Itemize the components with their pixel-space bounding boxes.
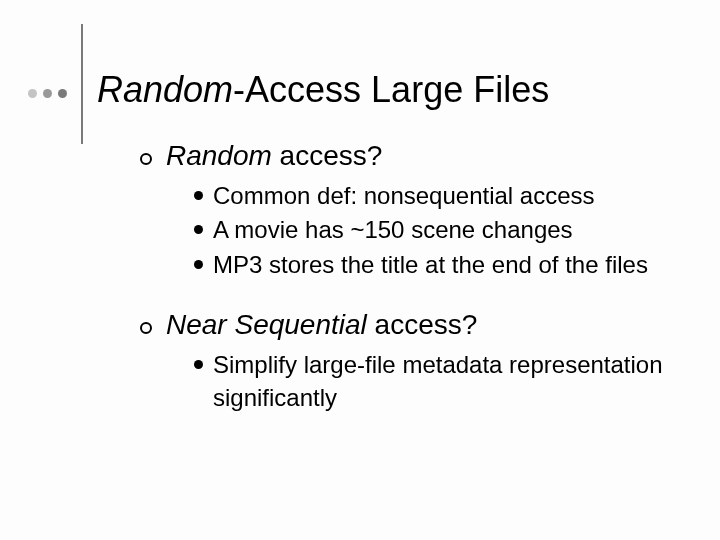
decorator-dots [28,89,67,98]
bullet-group: Common def: nonsequential access A movie… [194,180,680,281]
disc-bullet-icon [194,225,203,234]
list-item: Simplify large-file metadata representat… [194,349,680,414]
heading-rest: access? [367,309,478,340]
vertical-divider [81,24,83,144]
dot-icon [28,89,37,98]
disc-bullet-icon [194,191,203,200]
slide-content: Random access? Common def: nonsequential… [140,140,680,442]
ring-bullet-icon [140,153,152,165]
section-heading: Near Sequential access? [140,309,680,341]
list-item: A movie has ~150 scene changes [194,214,680,246]
list-item: Common def: nonsequential access [194,180,680,212]
bullet-text: Simplify large-file metadata representat… [213,349,680,414]
heading-italic: Near Sequential [166,309,367,340]
ring-bullet-icon [140,322,152,334]
title-rest: -Access Large Files [233,69,549,110]
slide: Random-Access Large Files Random access?… [0,0,720,540]
heading-rest: access? [272,140,383,171]
bullet-text: Common def: nonsequential access [213,180,595,212]
bullet-text: MP3 stores the title at the end of the f… [213,249,648,281]
section-heading: Random access? [140,140,680,172]
disc-bullet-icon [194,360,203,369]
dot-icon [43,89,52,98]
bullet-group: Simplify large-file metadata representat… [194,349,680,414]
slide-title: Random-Access Large Files [97,57,549,110]
header-row: Random-Access Large Files [28,24,684,144]
disc-bullet-icon [194,260,203,269]
section-heading-text: Near Sequential access? [166,309,477,341]
title-italic: Random [97,69,233,110]
list-item: MP3 stores the title at the end of the f… [194,249,680,281]
section-heading-text: Random access? [166,140,382,172]
heading-italic: Random [166,140,272,171]
bullet-text: A movie has ~150 scene changes [213,214,573,246]
dot-icon [58,89,67,98]
